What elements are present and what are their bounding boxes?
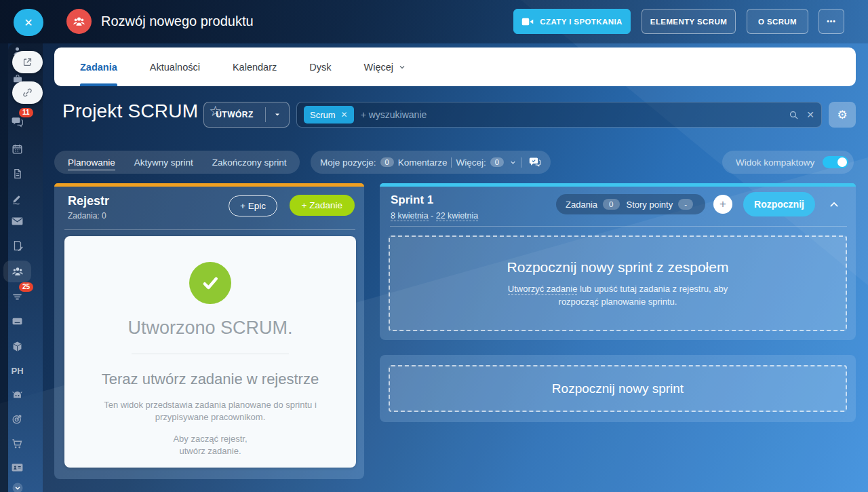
backlog-top-border [54,183,364,187]
gear-icon: ⚙ [837,108,847,122]
sidebar-item-crm[interactable] [0,459,35,476]
search-filter-chip[interactable]: Scrum ✕ [304,106,354,124]
people-group-icon [11,265,24,278]
search-icon[interactable] [788,109,800,121]
panel-divider [390,226,847,227]
sidebar-item-drive[interactable] [0,312,35,330]
search-placeholder: + wyszukiwanie [361,109,789,120]
collapse-chevron-up-icon[interactable] [829,200,840,209]
project-avatar[interactable] [66,9,92,34]
sidebar-item-automation[interactable] [0,385,35,403]
sprint-title[interactable]: Sprint 1 [391,193,478,207]
sidebar-item-tasks[interactable]: 25 [0,288,35,305]
project-title-row: Projekt SCRUM ☆ [62,100,222,122]
clear-search-icon[interactable]: ✕ [806,109,814,120]
about-scrum-button[interactable]: O SCRUM [747,9,808,34]
more-filters-label[interactable]: Więcej: [456,157,486,168]
document-edit-icon [12,240,24,252]
add-task-button[interactable]: + Zadanie [290,195,355,216]
compact-view-control: Widok kompaktowy [722,151,854,174]
chevron-down-circle-icon [11,481,24,492]
divider [451,157,452,168]
tab-news[interactable]: Aktualności [134,48,216,86]
close-icon: ✕ [24,16,33,29]
sidebar-item-groups[interactable] [0,260,35,283]
divider [521,157,521,168]
scrum-created-title: Utworzono SCRUM. [64,318,356,339]
cart-icon [11,437,24,450]
tab-more[interactable]: Więcej [347,48,422,86]
sprint-dropzone[interactable]: Rozpocznij nowy sprint z zespołem Utworz… [389,235,847,331]
target-icon [11,413,24,425]
search-input[interactable]: Scrum ✕ + wyszukiwanie ✕ [296,102,822,128]
signature-pen-icon [11,192,24,205]
sidebar-item-calendar[interactable] [0,140,35,157]
add-epic-button[interactable]: + Epic [229,195,277,216]
view-switcher: Planowanie Aktywny sprint Zakończony spr… [54,151,300,174]
tab-drive[interactable]: Dysk [293,48,347,86]
view-active-sprint[interactable]: Aktywny sprint [125,157,203,168]
tasks-funnel-icon [11,290,24,303]
compact-view-toggle[interactable] [823,156,848,168]
tab-tasks[interactable]: Zadania [64,48,134,86]
new-sprint-panel: Rozpocznij nowy sprint [380,355,856,422]
drawer-icon [11,316,24,327]
sprint-panel: Sprint 1 8 kwietnia - 22 kwietnia Zadani… [380,183,856,340]
sprint-end-date[interactable]: 22 kwietnia [436,211,479,221]
sidebar-item-sign[interactable] [0,189,35,207]
sprint-start-date[interactable]: 8 kwietnia [391,211,429,221]
sprint-tasks-label: Zadania [566,200,597,210]
sprint-empty-title: Rozpocznij nowy sprint z zespołem [507,259,729,276]
settings-button[interactable]: ⚙ [829,102,856,128]
backlog-description: Ten widok przedstawia zadania planowane … [64,399,356,423]
external-link-icon [22,56,33,68]
link-icon [22,87,33,98]
chevron-down-icon[interactable] [509,159,517,166]
open-new-window-button[interactable] [12,51,43,73]
sidebar-item-documents[interactable] [0,165,35,183]
chip-remove-icon[interactable]: ✕ [341,110,348,119]
sprint-tasks-count: 0 [603,199,619,210]
sidebar-item-shop[interactable] [0,434,35,452]
sidebar-item-ph[interactable]: PH [0,362,35,379]
my-items-label[interactable]: Moje pozycje: [320,157,376,168]
chevron-down-icon [273,111,281,119]
story-points-value: - [678,199,693,210]
create-button[interactable]: UTWÓRZ [203,102,290,128]
ellipsis-icon: ••• [827,18,836,25]
sidebar-item-goals[interactable] [0,410,35,428]
close-sidebar-button[interactable]: ✕ [14,9,43,36]
more-menu-button[interactable]: ••• [818,9,844,34]
sidebar-item-workflows[interactable] [0,237,35,254]
sidebar-item-sites[interactable] [0,337,35,355]
create-task-link[interactable]: Utworzyć zadanie [508,284,578,295]
comments-filter[interactable]: Komentarze [398,157,448,168]
chat-check-icon[interactable] [528,157,541,168]
project-header: Rozwój nowego produktu [66,9,254,34]
add-sprint-button[interactable]: + [713,195,732,214]
start-sprint-button[interactable]: Rozpocznij [743,192,815,216]
cube-icon [11,340,24,353]
sidebar-item-mail[interactable] [0,212,35,230]
view-finished-sprint[interactable]: Zakończony sprint [203,157,296,168]
copy-link-button[interactable] [12,81,43,104]
envelope-icon [11,216,24,227]
backlog-empty-card: Utworzono SCRUM. Teraz utwórz zadanie w … [64,236,356,468]
active-item-highlight [3,261,31,282]
sprint-dates: 8 kwietnia - 22 kwietnia [391,211,478,221]
id-card-icon [11,462,24,473]
chats-meetings-button[interactable]: CZATY I SPOTKANIA [513,9,631,34]
page-title: Rozwój nowego produktu [101,14,254,29]
sidebar-expand-button[interactable] [0,479,35,492]
sidebar-item-chat[interactable]: 11 [0,113,35,130]
create-dropdown[interactable] [266,111,289,119]
create-task-subtitle: Teraz utwórz zadanie w rejestrze [64,371,356,388]
story-points-label: Story pointy [627,200,673,210]
chevron-down-icon [398,63,406,71]
tab-calendar[interactable]: Kalendarz [216,48,293,86]
chat-badge: 11 [19,108,33,117]
scrum-elements-button[interactable]: ELEMENTY SCRUM [642,9,736,34]
new-sprint-button[interactable]: Rozpocznij nowy sprint [389,365,847,412]
view-planning[interactable]: Planowanie [58,157,125,168]
backlog-hint: Aby zacząć rejestr, utwórz zadanie. [64,433,356,457]
